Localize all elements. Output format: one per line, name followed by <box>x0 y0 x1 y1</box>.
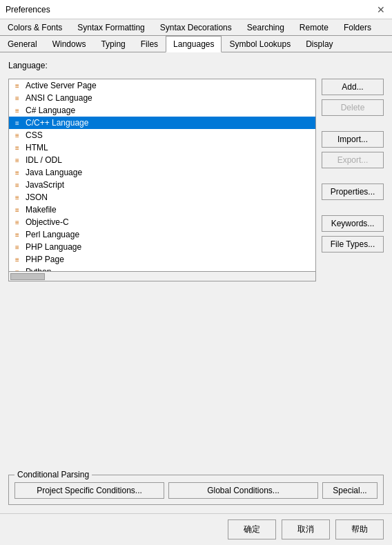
lang-item-ansi-c[interactable]: ≡ANSI C Language <box>9 92 315 104</box>
language-section: ≡Active Server Page≡ANSI C Language≡C# L… <box>8 79 384 466</box>
lang-item-css[interactable]: ≡CSS <box>9 129 315 141</box>
lang-label: JavaScript <box>26 180 64 190</box>
tab-languages[interactable]: Languages <box>166 36 222 52</box>
lang-item-python[interactable]: ≡Python <box>9 266 315 272</box>
action-buttons: Add... Delete Import... Export... Proper… <box>322 79 384 466</box>
project-conditions-button[interactable]: Project Specific Conditions... <box>14 482 164 499</box>
lang-item-php-page[interactable]: ≡PHP Page <box>9 253 315 266</box>
lang-icon: ≡ <box>12 181 23 189</box>
lang-label: Perl Language <box>26 230 79 239</box>
lang-icon: ≡ <box>12 157 23 164</box>
title-bar: Preferences ✕ <box>0 0 392 19</box>
tab-general[interactable]: General <box>0 36 45 52</box>
conditional-parsing-group: Conditional Parsing Project Specific Con… <box>8 475 384 505</box>
lang-label: C/C++ Language <box>26 118 88 128</box>
tab-windows[interactable]: Windows <box>45 36 94 52</box>
tab-searching[interactable]: Searching <box>239 19 292 35</box>
lang-icon: ≡ <box>12 244 23 251</box>
lang-icon: ≡ <box>12 132 23 139</box>
tab-folders[interactable]: Folders <box>336 19 379 35</box>
lang-label: Active Server Page <box>26 81 97 90</box>
tab-symbol-lookups[interactable]: Symbol Lookups <box>222 36 298 52</box>
import-button[interactable]: Import... <box>322 131 384 148</box>
lang-item-html[interactable]: ≡HTML <box>9 141 315 154</box>
lang-label: Java Language <box>26 168 82 177</box>
global-conditions-button[interactable]: Global Conditions... <box>168 482 318 499</box>
lang-item-perl[interactable]: ≡Perl Language <box>9 228 315 241</box>
add-button[interactable]: Add... <box>322 79 384 95</box>
help-button[interactable]: 帮助 <box>335 519 384 539</box>
lang-icon: ≡ <box>12 95 23 102</box>
lang-icon: ≡ <box>12 169 23 177</box>
lang-label: HTML <box>26 143 48 152</box>
lang-item-asp[interactable]: ≡Active Server Page <box>9 79 315 92</box>
tab-colors[interactable]: Colors & Fonts <box>0 19 70 35</box>
language-label: Language: <box>8 61 384 70</box>
lang-icon: ≡ <box>12 119 23 127</box>
file-types-button[interactable]: File Types... <box>322 236 384 252</box>
tab-row-2: GeneralWindowsTypingFilesLanguagesSymbol… <box>0 36 392 52</box>
conditional-parsing-label: Conditional Parsing <box>14 470 92 479</box>
lang-label: PHP Language <box>26 242 81 252</box>
lang-icon: ≡ <box>12 219 23 226</box>
tab-row-1: Colors & FontsSyntax FormattingSyntax De… <box>0 19 392 36</box>
dialog-title: Preferences <box>6 5 50 14</box>
tab-remote[interactable]: Remote <box>292 19 336 35</box>
lang-label: Python <box>26 267 51 272</box>
lang-icon: ≡ <box>12 194 23 201</box>
horizontal-scrollbar[interactable] <box>8 272 316 281</box>
lang-item-php[interactable]: ≡PHP Language <box>9 241 315 253</box>
scrollbar-thumb <box>10 273 45 280</box>
tab-display[interactable]: Display <box>298 36 340 52</box>
properties-button[interactable]: Properties... <box>322 184 384 200</box>
lang-label: IDL / ODL <box>26 155 62 165</box>
lang-icon: ≡ <box>12 82 23 90</box>
lang-item-javascript[interactable]: ≡JavaScript <box>9 179 315 191</box>
lang-item-makefile[interactable]: ≡Makefile <box>9 204 315 216</box>
lang-item-objective-c[interactable]: ≡Objective-C <box>9 216 315 228</box>
lang-label: ANSI C Language <box>26 93 92 103</box>
tab-syntax-formatting[interactable]: Syntax Formatting <box>70 19 152 35</box>
tab-typing[interactable]: Typing <box>93 36 133 52</box>
lang-label: Objective-C <box>26 217 69 227</box>
cancel-button[interactable]: 取消 <box>282 519 330 539</box>
lang-label: Makefile <box>26 205 57 215</box>
delete-button[interactable]: Delete <box>322 99 384 116</box>
language-list-container: ≡Active Server Page≡ANSI C Language≡C# L… <box>8 79 316 466</box>
lang-icon: ≡ <box>12 107 23 115</box>
language-listbox[interactable]: ≡Active Server Page≡ANSI C Language≡C# L… <box>8 79 316 272</box>
lang-item-cpp[interactable]: ≡C/C++ Language <box>9 117 315 129</box>
ok-button[interactable]: 确定 <box>228 519 276 539</box>
export-button[interactable]: Export... <box>322 152 384 168</box>
tab-files[interactable]: Files <box>133 36 166 52</box>
lang-item-json[interactable]: ≡JSON <box>9 191 315 204</box>
lang-item-idl[interactable]: ≡IDL / ODL <box>9 154 315 166</box>
lang-item-java[interactable]: ≡Java Language <box>9 166 315 179</box>
main-content: Language: ≡Active Server Page≡ANSI C Lan… <box>0 52 392 513</box>
lang-icon: ≡ <box>12 206 23 214</box>
footer: 确定 取消 帮助 <box>0 513 392 545</box>
lang-label: PHP Page <box>26 255 64 264</box>
tab-syntax-decorations[interactable]: Syntax Decorations <box>153 19 239 35</box>
lang-label: C# Language <box>26 106 75 115</box>
lang-icon: ≡ <box>12 256 23 264</box>
keywords-button[interactable]: Keywords... <box>322 215 384 232</box>
lang-label: JSON <box>26 192 48 202</box>
close-button[interactable]: ✕ <box>375 4 386 15</box>
lang-label: CSS <box>26 130 43 140</box>
lang-item-csharp[interactable]: ≡C# Language <box>9 104 315 117</box>
special-button[interactable]: Special... <box>322 482 378 499</box>
lang-icon: ≡ <box>12 144 23 152</box>
lang-icon: ≡ <box>12 231 23 239</box>
conditional-buttons-row: Project Specific Conditions... Global Co… <box>14 482 378 499</box>
